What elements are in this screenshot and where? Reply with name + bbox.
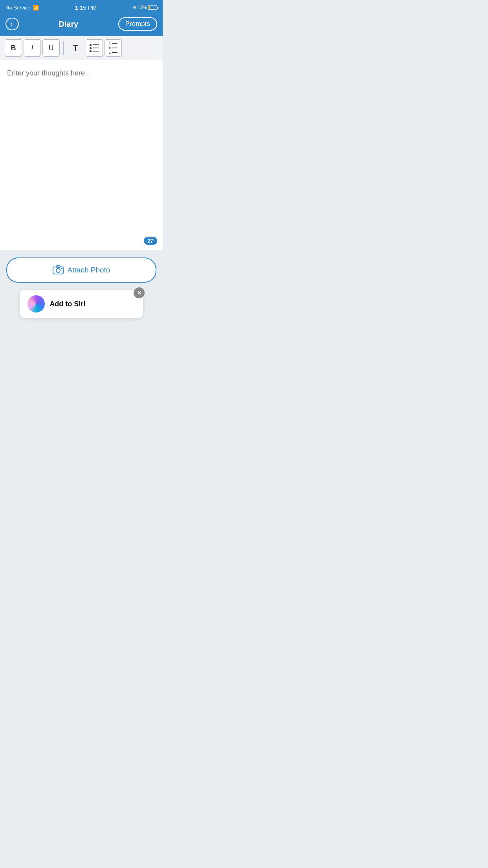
lock-icon: ⊕ — [133, 5, 137, 10]
camera-icon — [53, 265, 64, 276]
wifi-icon: 📶 — [33, 5, 39, 11]
svg-point-1 — [56, 268, 60, 272]
numbered-list-icon: 1 2 3 — [109, 42, 117, 55]
editor-wrapper: 27 — [0, 60, 163, 250]
status-time: 1:15 PM — [75, 4, 97, 11]
title-format-button[interactable]: T — [67, 39, 84, 57]
status-left: No Service 📶 — [6, 5, 39, 11]
diary-editor[interactable] — [0, 60, 163, 249]
formatting-toolbar: B I U T 1 2 3 — [0, 36, 163, 60]
carrier-label: No Service — [6, 5, 31, 11]
bullet-list-icon — [90, 44, 99, 52]
battery-icon — [148, 5, 157, 10]
page-title: Diary — [59, 20, 78, 29]
attach-photo-label: Attach Photo — [68, 266, 110, 274]
italic-button[interactable]: I — [24, 39, 41, 57]
siri-orb-icon — [28, 295, 45, 313]
siri-card: Add to Siri — [20, 290, 143, 318]
toolbar-divider — [63, 41, 64, 55]
siri-close-button[interactable]: ✕ — [134, 287, 145, 298]
siri-label: Add to Siri — [50, 300, 85, 308]
back-button[interactable]: ‹ — [6, 18, 19, 30]
word-count-badge: 27 — [144, 237, 157, 245]
bold-button[interactable]: B — [5, 39, 22, 57]
bullet-list-button[interactable] — [86, 39, 103, 57]
underline-button[interactable]: U — [42, 39, 60, 57]
lower-section: Attach Photo Add to Siri ✕ — [0, 250, 163, 324]
status-bar: No Service 📶 1:15 PM ⊕ 13% — [0, 0, 163, 14]
nav-bar: ‹ Diary Prompts — [0, 14, 163, 36]
svg-point-3 — [61, 268, 62, 269]
status-right: ⊕ 13% — [133, 5, 157, 10]
back-chevron-icon: ‹ — [10, 20, 13, 28]
battery-fill — [149, 6, 150, 9]
attach-photo-button[interactable]: Attach Photo — [6, 257, 156, 283]
numbered-list-button[interactable]: 1 2 3 — [105, 39, 122, 57]
siri-card-wrapper: Add to Siri ✕ — [6, 288, 156, 318]
prompts-button[interactable]: Prompts — [118, 17, 157, 31]
battery-percent: 13% — [138, 5, 147, 10]
